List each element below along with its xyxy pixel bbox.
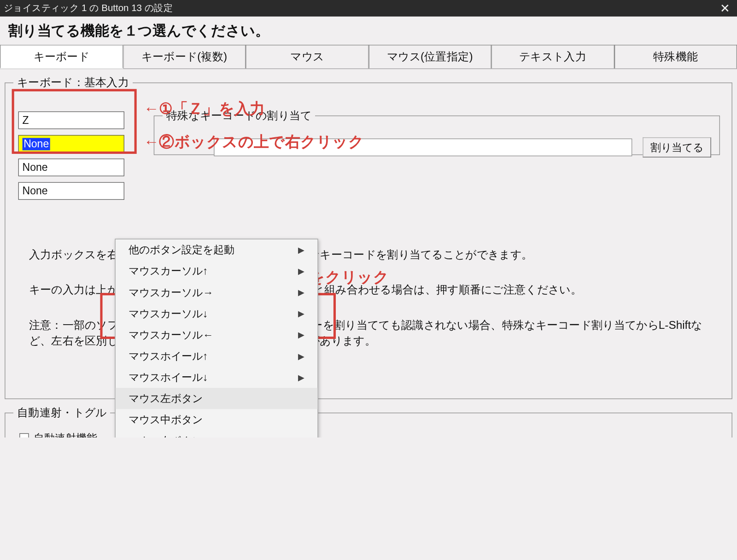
chevron-right-icon: ▶ <box>292 245 304 254</box>
tab-keyboard-multi[interactable]: キーボード(複数) <box>123 45 246 68</box>
group-legend: キーボード：基本入力 <box>13 75 132 90</box>
context-menu-item-label: マウス右ボタン <box>129 434 203 438</box>
tab-keyboard[interactable]: キーボード <box>0 45 123 68</box>
context-menu-item-label: マウスカーソル→ <box>129 286 213 300</box>
key-input-3[interactable]: None <box>18 158 124 176</box>
group-keyboard-basic: キーボード：基本入力 Z None None None 特殊なキーコードの割り当… <box>5 75 732 399</box>
chevron-right-icon: ▶ <box>292 267 304 276</box>
context-menu-item-label: マウスホイール↑ <box>129 349 208 363</box>
chevron-right-icon: ▶ <box>292 288 304 297</box>
key-input-4[interactable]: None <box>18 182 124 200</box>
context-menu-item-label: マウスカーソル↑ <box>129 264 208 278</box>
group-special-keycode: 特殊なキーコードの割り当て Clear 割り当てる <box>154 108 720 155</box>
tab-special[interactable]: 特殊機能 <box>614 45 737 68</box>
tab-mouse-pos[interactable]: マウス(位置指定) <box>368 45 491 68</box>
key-input-1[interactable]: Z <box>18 111 124 129</box>
context-menu-item[interactable]: マウスカーソル←▶ <box>116 324 318 345</box>
context-menu-item-label: マウスカーソル↓ <box>129 307 208 321</box>
sub-legend: 特殊なキーコードの割り当て <box>163 108 315 123</box>
chevron-right-icon: ▶ <box>292 373 304 382</box>
assign-button[interactable]: 割り当てる <box>643 137 711 158</box>
context-menu[interactable]: 他のボタン設定を起動▶マウスカーソル↑▶マウスカーソル→▶マウスカーソル↓▶マウ… <box>115 239 318 438</box>
tab-mouse[interactable]: マウス <box>246 45 368 68</box>
chevron-right-icon: ▶ <box>292 330 304 339</box>
context-menu-item[interactable]: マウスホイール↓▶ <box>116 367 318 388</box>
page-instruction: 割り当てる機能を１つ選んでください。 <box>0 17 737 44</box>
context-menu-item[interactable]: マウスホイール↑▶ <box>116 345 318 367</box>
context-menu-item-label: マウスホイール↓ <box>129 370 208 385</box>
context-menu-item-label: 他のボタン設定を起動 <box>129 243 234 257</box>
context-menu-item-label: マウス中ボタン <box>129 413 203 427</box>
auto-legend: 自動連射・トグル <box>13 405 110 420</box>
context-menu-item[interactable]: マウスカーソル↓▶ <box>116 303 318 324</box>
window-title: ジョイスティック 1 の Button 13 の設定 <box>4 2 717 14</box>
special-keycode-input[interactable] <box>214 139 632 156</box>
checkbox-autofire[interactable] <box>19 433 29 438</box>
label-autofire: 自動連射機能 <box>34 431 97 438</box>
context-menu-item[interactable]: 他のボタン設定を起動▶ <box>116 239 318 261</box>
titlebar: ジョイスティック 1 の Button 13 の設定 ✕ <box>0 0 737 17</box>
chevron-right-icon: ▶ <box>292 351 304 361</box>
context-menu-item[interactable]: マウスカーソル↑▶ <box>116 261 318 282</box>
context-menu-item-label: マウス左ボタン <box>129 391 203 406</box>
context-menu-item[interactable]: マウス中ボタン <box>116 409 318 430</box>
tabs: キーボード キーボード(複数) マウス マウス(位置指定) テキスト入力 特殊機… <box>0 45 737 69</box>
context-menu-item[interactable]: マウスカーソル→▶ <box>116 282 318 303</box>
page-body: キーボード：基本入力 Z None None None 特殊なキーコードの割り当… <box>0 75 737 438</box>
chevron-right-icon: ▶ <box>292 309 304 318</box>
context-menu-item-label: マウスカーソル← <box>129 328 213 342</box>
close-icon[interactable]: ✕ <box>716 1 733 16</box>
context-menu-item[interactable]: マウス左ボタン <box>116 388 318 409</box>
context-menu-item[interactable]: マウス右ボタン <box>116 430 318 438</box>
key-input-2[interactable]: None <box>18 135 124 152</box>
tab-text-input[interactable]: テキスト入力 <box>491 45 614 68</box>
group-auto-fire: 自動連射・トグル 自動連射機能 一定時間 押すたびに もしくは 秒間に一回 ミリ… <box>5 405 732 438</box>
